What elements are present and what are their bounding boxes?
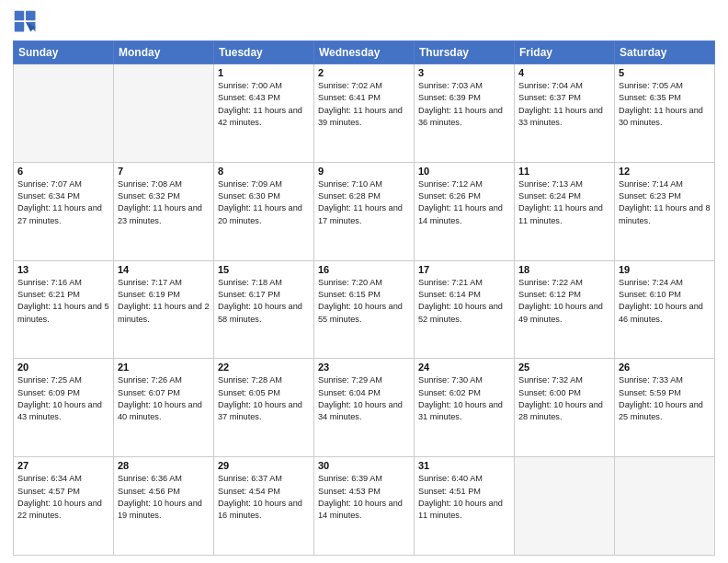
calendar-week-2: 6Sunrise: 7:07 AM Sunset: 6:34 PM Daylig… [14, 162, 715, 260]
day-info: Sunrise: 7:28 AM Sunset: 6:05 PM Dayligh… [218, 374, 310, 423]
day-number: 12 [619, 166, 711, 177]
day-info: Sunrise: 6:34 AM Sunset: 4:57 PM Dayligh… [17, 473, 109, 522]
day-number: 22 [218, 362, 310, 373]
calendar-cell: 14Sunrise: 7:17 AM Sunset: 6:19 PM Dayli… [114, 260, 214, 359]
calendar-cell: 5Sunrise: 7:05 AM Sunset: 6:35 PM Daylig… [615, 64, 715, 163]
calendar-week-1: 1Sunrise: 7:00 AM Sunset: 6:43 PM Daylig… [14, 64, 715, 163]
calendar-cell: 29Sunrise: 6:37 AM Sunset: 4:54 PM Dayli… [214, 457, 314, 556]
day-info: Sunrise: 6:37 AM Sunset: 4:54 PM Dayligh… [218, 473, 310, 522]
day-info: Sunrise: 6:36 AM Sunset: 4:56 PM Dayligh… [118, 473, 210, 522]
day-info: Sunrise: 7:00 AM Sunset: 6:43 PM Dayligh… [218, 80, 310, 129]
day-info: Sunrise: 7:03 AM Sunset: 6:39 PM Dayligh… [418, 80, 510, 129]
weekday-header-row: SundayMondayTuesdayWednesdayThursdayFrid… [14, 41, 715, 64]
day-info: Sunrise: 7:17 AM Sunset: 6:19 PM Dayligh… [118, 277, 210, 326]
day-info: Sunrise: 7:20 AM Sunset: 6:15 PM Dayligh… [318, 277, 410, 326]
day-number: 23 [318, 362, 410, 373]
day-number: 5 [619, 67, 711, 78]
calendar-week-5: 27Sunrise: 6:34 AM Sunset: 4:57 PM Dayli… [14, 457, 715, 556]
calendar-cell: 10Sunrise: 7:12 AM Sunset: 6:26 PM Dayli… [415, 162, 515, 260]
logo-icon [13, 9, 39, 35]
day-info: Sunrise: 7:12 AM Sunset: 6:26 PM Dayligh… [418, 178, 510, 227]
weekday-header-thursday: Thursday [415, 41, 515, 64]
weekday-header-monday: Monday [114, 41, 214, 64]
day-number: 31 [418, 460, 510, 471]
day-info: Sunrise: 6:39 AM Sunset: 4:53 PM Dayligh… [318, 473, 410, 522]
logo [13, 9, 42, 35]
day-info: Sunrise: 7:18 AM Sunset: 6:17 PM Dayligh… [218, 277, 310, 326]
day-info: Sunrise: 7:22 AM Sunset: 6:12 PM Dayligh… [518, 277, 610, 326]
day-number: 1 [218, 67, 310, 78]
day-number: 14 [118, 264, 210, 275]
day-number: 8 [218, 166, 310, 177]
calendar-cell: 21Sunrise: 7:26 AM Sunset: 6:07 PM Dayli… [114, 359, 214, 457]
calendar-cell: 11Sunrise: 7:13 AM Sunset: 6:24 PM Dayli… [515, 162, 615, 260]
day-number: 3 [418, 67, 510, 78]
calendar-cell: 17Sunrise: 7:21 AM Sunset: 6:14 PM Dayli… [415, 260, 515, 359]
day-number: 6 [17, 166, 109, 177]
calendar-cell: 13Sunrise: 7:16 AM Sunset: 6:21 PM Dayli… [14, 260, 114, 359]
day-number: 15 [218, 264, 310, 275]
header [13, 9, 715, 35]
day-info: Sunrise: 7:33 AM Sunset: 5:59 PM Dayligh… [619, 374, 711, 423]
svg-rect-1 [26, 11, 36, 21]
calendar-cell: 6Sunrise: 7:07 AM Sunset: 6:34 PM Daylig… [14, 162, 114, 260]
page: SundayMondayTuesdayWednesdayThursdayFrid… [0, 0, 728, 563]
weekday-header-friday: Friday [515, 41, 615, 64]
svg-rect-2 [15, 22, 25, 32]
day-number: 19 [619, 264, 711, 275]
calendar-cell: 8Sunrise: 7:09 AM Sunset: 6:30 PM Daylig… [214, 162, 314, 260]
day-info: Sunrise: 7:30 AM Sunset: 6:02 PM Dayligh… [418, 374, 510, 423]
calendar-cell: 22Sunrise: 7:28 AM Sunset: 6:05 PM Dayli… [214, 359, 314, 457]
weekday-header-wednesday: Wednesday [314, 41, 415, 64]
calendar-cell: 25Sunrise: 7:32 AM Sunset: 6:00 PM Dayli… [515, 359, 615, 457]
day-info: Sunrise: 7:07 AM Sunset: 6:34 PM Dayligh… [17, 178, 109, 227]
calendar-cell: 19Sunrise: 7:24 AM Sunset: 6:10 PM Dayli… [615, 260, 715, 359]
day-info: Sunrise: 7:32 AM Sunset: 6:00 PM Dayligh… [518, 374, 610, 423]
day-number: 18 [518, 264, 610, 275]
day-info: Sunrise: 7:08 AM Sunset: 6:32 PM Dayligh… [118, 178, 210, 227]
day-number: 11 [518, 166, 610, 177]
calendar-cell: 23Sunrise: 7:29 AM Sunset: 6:04 PM Dayli… [314, 359, 415, 457]
day-number: 25 [518, 362, 610, 373]
day-info: Sunrise: 7:04 AM Sunset: 6:37 PM Dayligh… [518, 80, 610, 129]
day-info: Sunrise: 7:25 AM Sunset: 6:09 PM Dayligh… [17, 374, 109, 423]
day-info: Sunrise: 7:29 AM Sunset: 6:04 PM Dayligh… [318, 374, 410, 423]
calendar-cell: 18Sunrise: 7:22 AM Sunset: 6:12 PM Dayli… [515, 260, 615, 359]
calendar-cell: 1Sunrise: 7:00 AM Sunset: 6:43 PM Daylig… [214, 64, 314, 163]
day-info: Sunrise: 7:02 AM Sunset: 6:41 PM Dayligh… [318, 80, 410, 129]
day-number: 28 [118, 460, 210, 471]
calendar-cell: 30Sunrise: 6:39 AM Sunset: 4:53 PM Dayli… [314, 457, 415, 556]
day-number: 26 [619, 362, 711, 373]
calendar-cell: 28Sunrise: 6:36 AM Sunset: 4:56 PM Dayli… [114, 457, 214, 556]
calendar-cell: 16Sunrise: 7:20 AM Sunset: 6:15 PM Dayli… [314, 260, 415, 359]
calendar-cell: 4Sunrise: 7:04 AM Sunset: 6:37 PM Daylig… [515, 64, 615, 163]
day-info: Sunrise: 7:14 AM Sunset: 6:23 PM Dayligh… [619, 178, 711, 227]
day-info: Sunrise: 6:40 AM Sunset: 4:51 PM Dayligh… [418, 473, 510, 522]
day-number: 9 [318, 166, 410, 177]
weekday-header-saturday: Saturday [615, 41, 715, 64]
calendar-cell: 12Sunrise: 7:14 AM Sunset: 6:23 PM Dayli… [615, 162, 715, 260]
day-number: 21 [118, 362, 210, 373]
calendar-cell: 2Sunrise: 7:02 AM Sunset: 6:41 PM Daylig… [314, 64, 415, 163]
day-number: 13 [17, 264, 109, 275]
calendar-week-4: 20Sunrise: 7:25 AM Sunset: 6:09 PM Dayli… [14, 359, 715, 457]
day-number: 27 [17, 460, 109, 471]
day-number: 7 [118, 166, 210, 177]
day-number: 2 [318, 67, 410, 78]
calendar-cell [515, 457, 615, 556]
svg-rect-0 [15, 11, 25, 21]
calendar-cell: 31Sunrise: 6:40 AM Sunset: 4:51 PM Dayli… [415, 457, 515, 556]
day-number: 20 [17, 362, 109, 373]
calendar-cell: 15Sunrise: 7:18 AM Sunset: 6:17 PM Dayli… [214, 260, 314, 359]
day-number: 24 [418, 362, 510, 373]
day-info: Sunrise: 7:21 AM Sunset: 6:14 PM Dayligh… [418, 277, 510, 326]
calendar-cell [14, 64, 114, 163]
day-info: Sunrise: 7:10 AM Sunset: 6:28 PM Dayligh… [318, 178, 410, 227]
calendar-table: SundayMondayTuesdayWednesdayThursdayFrid… [13, 40, 715, 556]
day-info: Sunrise: 7:05 AM Sunset: 6:35 PM Dayligh… [619, 80, 711, 129]
calendar-cell [114, 64, 214, 163]
day-number: 17 [418, 264, 510, 275]
day-info: Sunrise: 7:26 AM Sunset: 6:07 PM Dayligh… [118, 374, 210, 423]
day-number: 10 [418, 166, 510, 177]
day-info: Sunrise: 7:09 AM Sunset: 6:30 PM Dayligh… [218, 178, 310, 227]
